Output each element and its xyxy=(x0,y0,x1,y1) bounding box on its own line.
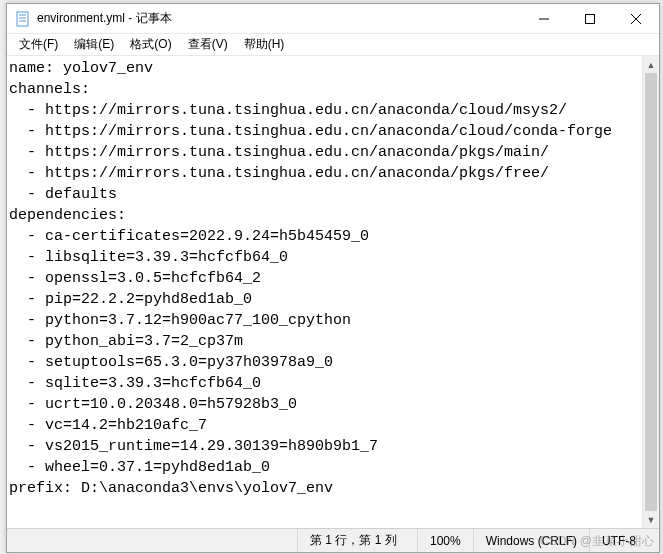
menu-edit[interactable]: 编辑(E) xyxy=(66,34,122,55)
menu-help[interactable]: 帮助(H) xyxy=(236,34,293,55)
scroll-track[interactable] xyxy=(643,73,659,511)
menu-view[interactable]: 查看(V) xyxy=(180,34,236,55)
close-button[interactable] xyxy=(613,4,659,34)
svg-rect-5 xyxy=(586,14,595,23)
menubar: 文件(F) 编辑(E) 格式(O) 查看(V) 帮助(H) xyxy=(7,34,659,56)
status-position: 第 1 行，第 1 列 xyxy=(297,529,417,552)
status-encoding: UTF-8 xyxy=(589,529,659,552)
text-editor[interactable]: name: yolov7_env channels: - https://mir… xyxy=(7,56,642,528)
menu-file[interactable]: 文件(F) xyxy=(11,34,66,55)
scroll-down-icon[interactable]: ▼ xyxy=(643,511,659,528)
status-zoom: 100% xyxy=(417,529,473,552)
titlebar[interactable]: environment.yml - 记事本 xyxy=(7,4,659,34)
status-eol: Windows (CRLF) xyxy=(473,529,589,552)
window-title: environment.yml - 记事本 xyxy=(37,10,521,27)
notepad-icon xyxy=(15,11,31,27)
content-area: name: yolov7_env channels: - https://mir… xyxy=(7,56,659,528)
svg-rect-0 xyxy=(17,12,28,26)
status-blank xyxy=(7,529,297,552)
notepad-window: environment.yml - 记事本 文件(F) 编辑(E) 格式(O) … xyxy=(6,3,660,553)
scroll-up-icon[interactable]: ▲ xyxy=(643,56,659,73)
statusbar: 第 1 行，第 1 列 100% Windows (CRLF) UTF-8 xyxy=(7,528,659,552)
maximize-button[interactable] xyxy=(567,4,613,34)
scroll-thumb[interactable] xyxy=(645,73,657,511)
menu-format[interactable]: 格式(O) xyxy=(122,34,179,55)
vertical-scrollbar[interactable]: ▲ ▼ xyxy=(642,56,659,528)
minimize-button[interactable] xyxy=(521,4,567,34)
